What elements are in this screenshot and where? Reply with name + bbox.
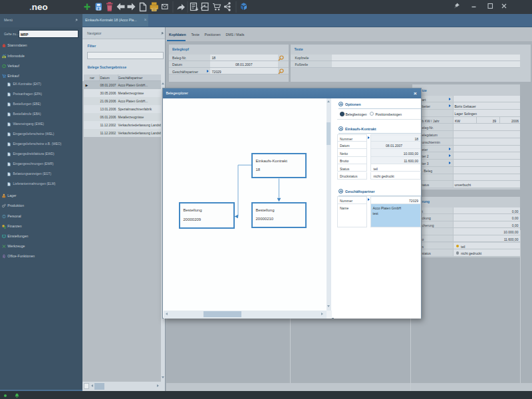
- svg-text:$: $: [4, 225, 6, 229]
